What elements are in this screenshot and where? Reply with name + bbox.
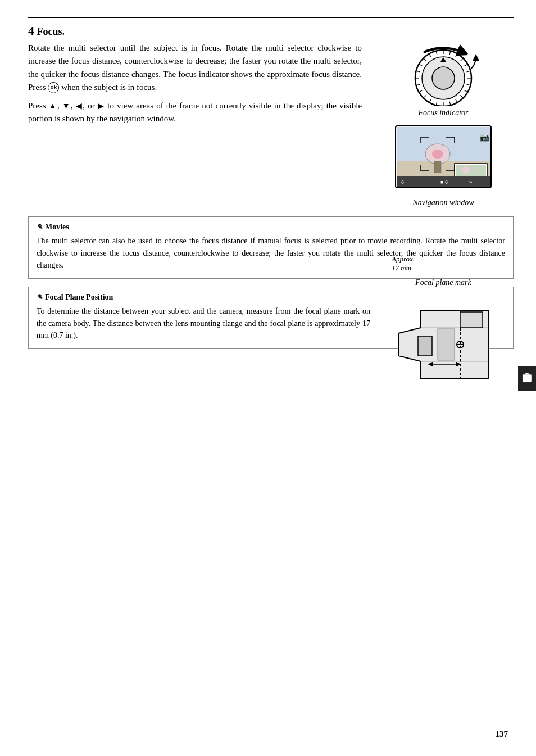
focal-image-column: Approx. 17 mm Focal plane mark [381,305,505,342]
movies-note-icon: ✎ [37,223,43,232]
top-border [28,17,514,18]
comma2: , [71,101,73,110]
camera-tab-icon [521,372,533,384]
focus-indicator-svg: OK [393,42,494,106]
svg-line-12 [456,99,458,102]
svg-point-28 [432,67,455,89]
svg-line-24 [429,54,431,57]
main-content: Rotate the multi selector until the subj… [28,42,514,207]
svg-rect-56 [525,373,529,375]
focus-indicator-wrap: OK [393,42,494,117]
svg-line-17 [424,95,426,98]
or-text: , [83,101,88,110]
svg-rect-50 [438,329,455,360]
svg-point-55 [526,377,528,379]
svg-rect-44 [418,336,432,356]
svg-line-5 [460,58,463,61]
text-column: Rotate the multi selector until the subj… [28,42,362,207]
paragraph-1: Rotate the multi selector until the subj… [28,42,362,94]
movies-note-title: ✎ Movies [37,223,505,232]
nav-window-svg: 📷 6 ■ 6 ∞ [393,123,494,196]
svg-line-22 [419,64,423,66]
svg-rect-35 [434,161,441,173]
ok-button-symbol: ok [48,82,59,93]
paragraph-2: Press ▲, ▼, ◀, or ▶ to view areas of the… [28,99,362,126]
approx-label: Approx. 17 mm [387,255,499,273]
step-header: 4 Focus. [28,24,514,38]
arrow-up-symbol: ▲ [49,101,57,110]
svg-line-11 [460,95,463,98]
focal-note-icon: ✎ [37,293,43,302]
svg-text:📷: 📷 [480,133,490,142]
navigation-window-caption: Navigation window [412,198,474,207]
svg-line-4 [456,54,458,57]
image-column: OK [373,42,514,207]
svg-text:∞: ∞ [469,179,472,185]
svg-line-16 [429,99,431,102]
svg-rect-51 [460,312,483,328]
body-text: Rotate the multi selector until the subj… [28,42,362,126]
svg-point-38 [461,166,470,173]
focus-indicator-caption: Focus indicator [418,108,468,117]
movies-note-title-text: Movies [45,223,69,232]
focal-plane-caption: Focal plane mark [415,278,471,287]
nav-window-wrap: 📷 6 ■ 6 ∞ Navigation window [393,123,494,207]
svg-point-34 [432,150,443,159]
step-number: 4 [28,24,34,38]
page-number: 137 [496,730,508,739]
focal-text-column: To determine the distance between your s… [37,305,370,342]
svg-line-18 [419,90,423,93]
svg-text:■ 6: ■ 6 [440,179,448,185]
arrow-left-symbol: ◀ [76,101,83,110]
focal-plane-svg [387,305,499,384]
svg-line-6 [464,64,467,66]
step-title: Focus. [37,26,65,37]
focal-note-title: ✎ Focal Plane Position [37,293,505,302]
svg-line-23 [424,58,426,61]
arrow-down-symbol: ▼ [62,101,71,110]
svg-text:6: 6 [401,179,404,185]
focal-note-title-text: Focal Plane Position [45,293,113,302]
focal-section: To determine the distance between your s… [37,305,505,342]
focal-note-text: To determine the distance between your s… [37,305,370,342]
right-side-tab [518,366,536,391]
svg-line-10 [464,90,467,93]
approx-label-wrap: Approx. 17 mm [387,255,499,273]
comma1: , [57,101,60,110]
page: 4 Focus. Rotate the multi selector until… [0,0,536,756]
arrow-right-symbol: ▶ [98,101,105,110]
or-word: or [88,101,95,110]
focal-note-box: ✎ Focal Plane Position To determine the … [28,287,514,349]
